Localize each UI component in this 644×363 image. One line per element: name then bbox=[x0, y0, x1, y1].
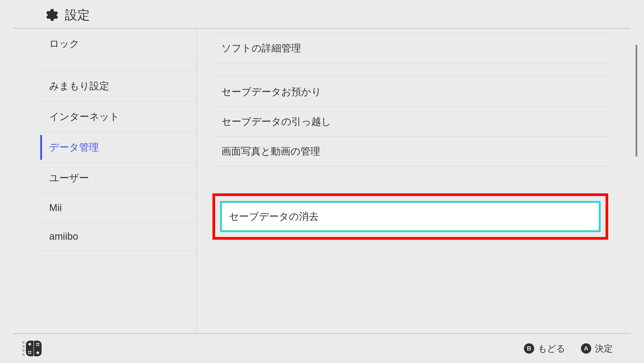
back-button[interactable]: B もどる bbox=[524, 342, 565, 355]
confirm-label: 決定 bbox=[595, 342, 613, 355]
divider bbox=[212, 167, 608, 193]
confirm-button[interactable]: A 決定 bbox=[581, 342, 613, 355]
sidebar-item-user[interactable]: ユーザー bbox=[40, 163, 196, 194]
divider bbox=[212, 63, 608, 77]
scrollbar[interactable] bbox=[636, 45, 637, 157]
sidebar: ロック みまもり設定 インターネット データ管理 ユーザー Mii amiibo bbox=[14, 29, 197, 333]
content: ロック みまもり設定 インターネット データ管理 ユーザー Mii amiibo… bbox=[0, 29, 644, 333]
main-item-screenshots[interactable]: 画面写真と動画の管理 bbox=[212, 137, 608, 167]
back-label: もどる bbox=[538, 342, 565, 355]
sidebar-item-lock[interactable]: ロック bbox=[40, 29, 196, 59]
page-title: 設定 bbox=[65, 7, 90, 24]
b-button-icon: B bbox=[524, 343, 534, 353]
annotation-highlight: セーブデータの消去 bbox=[212, 193, 608, 240]
sidebar-item-internet[interactable]: インターネット bbox=[40, 102, 196, 132]
sidebar-item-mii[interactable]: Mii bbox=[40, 194, 196, 222]
header: 設定 bbox=[14, 0, 630, 29]
main-item-software-detail[interactable]: ソフトの詳細管理 bbox=[212, 33, 608, 63]
main-panel: ソフトの詳細管理 セーブデータお預かり セーブデータの引っ越し 画面写真と動画の… bbox=[199, 29, 630, 333]
sidebar-item-amiibo[interactable]: amiibo bbox=[40, 222, 196, 251]
main-item-save-cloud[interactable]: セーブデータお預かり bbox=[212, 77, 608, 107]
a-button-icon: A bbox=[581, 343, 591, 353]
gear-icon bbox=[45, 9, 58, 22]
sidebar-item-parental[interactable]: みまもり設定 bbox=[40, 71, 196, 102]
main-item-save-transfer[interactable]: セーブデータの引っ越し bbox=[212, 107, 608, 137]
footer: B もどる A 決定 bbox=[14, 333, 630, 363]
main-item-delete-save-data[interactable]: セーブデータの消去 bbox=[220, 201, 600, 232]
footer-actions: B もどる A 決定 bbox=[524, 342, 613, 355]
sidebar-item-data-management[interactable]: データ管理 bbox=[40, 132, 196, 163]
controller-status-icon bbox=[22, 341, 42, 356]
